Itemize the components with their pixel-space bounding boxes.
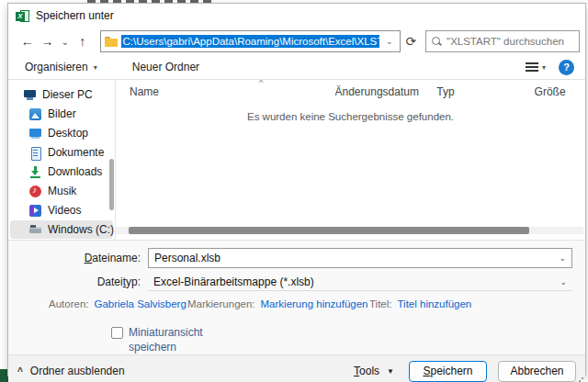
filetype-label: Dateityp: — [8, 275, 148, 288]
column-header-type[interactable]: Typ — [436, 85, 534, 98]
filetype-select[interactable]: Excel-Binärarbeitsmappe (*.xlsb) ⌄ — [148, 273, 572, 291]
save-thumbnail-label: Miniaturansicht speichern — [129, 326, 224, 354]
address-path-selected[interactable]: C:\Users\gabri\AppData\Roaming\Microsoft… — [121, 35, 379, 48]
organize-label: Organisieren — [25, 61, 88, 73]
downloads-icon — [28, 165, 42, 179]
tools-dropdown[interactable]: Tools ▼ — [354, 365, 394, 377]
hide-folders-label: Ordner ausblenden — [30, 365, 125, 377]
excel-app-icon: X — [16, 9, 29, 23]
new-folder-button[interactable]: Neuer Ordner — [127, 58, 205, 76]
tools-label: Tools — [354, 365, 379, 377]
navigation-sidebar: Dieser PC Bilder Desktop Dokumente Downl… — [8, 80, 116, 240]
filename-input[interactable] — [149, 252, 553, 264]
title-label: Titel: — [369, 298, 398, 309]
organize-button[interactable]: Organisieren ▾ — [19, 58, 103, 76]
address-chevron-down-icon[interactable]: ⌄ — [383, 37, 396, 46]
filename-combobox[interactable]: ⌄ — [148, 248, 572, 268]
save-thumbnail-checkbox[interactable] — [111, 327, 123, 339]
chevron-up-icon: ^ — [17, 366, 23, 376]
filename-chevron-down-icon[interactable]: ⌄ — [553, 253, 571, 263]
column-header-size[interactable]: Größe — [535, 85, 585, 98]
save-button[interactable]: Speichern — [409, 361, 487, 382]
filename-label: Dateiname: — [8, 252, 148, 264]
up-icon[interactable]: ↑ — [73, 31, 93, 51]
main-area: Dieser PC Bilder Desktop Dokumente Downl… — [8, 80, 585, 240]
empty-results-message: Es wurden keine Suchergebnisse gefunden. — [116, 111, 585, 122]
command-toolbar: Organisieren ▾ Neuer Ordner ▾ ? — [8, 55, 585, 80]
authors-value[interactable]: Gabriela Salvisberg — [94, 298, 186, 309]
sidebar-item-windows-c[interactable]: Windows (C:) — [10, 220, 113, 239]
folder-icon — [105, 37, 118, 47]
add-tag-link[interactable]: Markierung hinzufügen — [261, 298, 368, 309]
back-icon[interactable]: ← — [17, 31, 38, 51]
title-bar: X Speichern unter — [8, 4, 585, 28]
metadata-row: Autoren: Gabriela Salvisberg Markierunge… — [8, 298, 585, 309]
recent-locations-icon[interactable]: ⌄ — [57, 31, 72, 51]
search-input[interactable] — [447, 36, 573, 47]
filetype-chevron-down-icon[interactable]: ⌄ — [554, 277, 572, 286]
sidebar-item-documents[interactable]: Dokumente — [10, 143, 113, 162]
sidebar-item-desktop[interactable]: Desktop — [10, 124, 113, 142]
new-folder-label: Neuer Ordner — [132, 61, 199, 73]
view-caret-icon: ▾ — [542, 63, 546, 72]
view-options-button[interactable]: ▾ — [526, 62, 546, 72]
search-icon — [432, 37, 442, 47]
tools-caret-icon: ▼ — [387, 367, 394, 376]
hide-folders-button[interactable]: ^ Ordner ausblenden — [17, 365, 125, 377]
music-icon — [28, 185, 42, 198]
list-view-icon — [526, 62, 538, 72]
authors-label: Autoren: — [49, 298, 94, 309]
dialog-title: Speichern unter — [36, 9, 114, 22]
column-headers: Name Änderungsdatum Typ Größe — [116, 82, 585, 102]
horizontal-scrollbar[interactable] — [116, 227, 583, 234]
tags-label: Markierungen: — [187, 298, 261, 309]
documents-icon — [28, 146, 42, 160]
save-thumbnail-option[interactable]: Miniaturansicht speichern — [111, 326, 585, 354]
pictures-icon — [28, 107, 42, 121]
cancel-button[interactable]: Abbrechen — [498, 361, 576, 382]
sort-ascending-icon: ^ — [259, 80, 263, 87]
resize-grip[interactable] — [575, 376, 583, 382]
sidebar-item-this-pc[interactable]: Dieser PC — [10, 85, 113, 104]
sidebar-item-downloads[interactable]: Downloads — [10, 163, 113, 181]
add-title-link[interactable]: Titel hinzufügen — [398, 298, 472, 309]
navigation-bar: ← → ⌄ ↑ C:\Users\gabri\AppData\Roaming\M… — [8, 28, 585, 55]
sidebar-item-videos[interactable]: Videos — [10, 201, 113, 219]
sidebar-scrollbar[interactable] — [109, 159, 114, 210]
drive-icon — [28, 223, 42, 237]
forward-icon[interactable]: → — [38, 31, 58, 51]
desktop-icon — [28, 127, 42, 140]
search-box[interactable] — [425, 30, 580, 52]
address-bar[interactable]: C:\Users\gabri\AppData\Roaming\Microsoft… — [100, 30, 401, 52]
filetype-value: Excel-Binärarbeitsmappe (*.xlsb) — [148, 275, 554, 288]
bottom-bar: ^ Ordner ausblenden Tools ▼ Speichern Ab… — [8, 354, 585, 382]
file-list: ^ Name Änderungsdatum Typ Größe Es wurde… — [116, 80, 585, 240]
help-icon[interactable]: ? — [559, 60, 574, 75]
organize-caret-icon: ▾ — [94, 63, 97, 72]
column-header-name[interactable]: Name — [116, 85, 335, 98]
this-pc-icon — [23, 88, 37, 102]
horizontal-scrollbar-thumb[interactable] — [129, 227, 529, 234]
save-as-dialog: X Speichern unter ← → ⌄ ↑ C:\Users\gabri… — [7, 3, 586, 376]
sidebar-item-music[interactable]: Musik — [10, 182, 113, 200]
refresh-icon[interactable]: ⟳ — [401, 31, 423, 51]
sidebar-item-pictures[interactable]: Bilder — [10, 105, 113, 123]
lower-pane: Dateiname: ⌄ Dateityp: Excel-Binärarbeit… — [8, 240, 585, 354]
videos-icon — [28, 204, 42, 218]
column-header-date[interactable]: Änderungsdatum — [335, 85, 437, 98]
